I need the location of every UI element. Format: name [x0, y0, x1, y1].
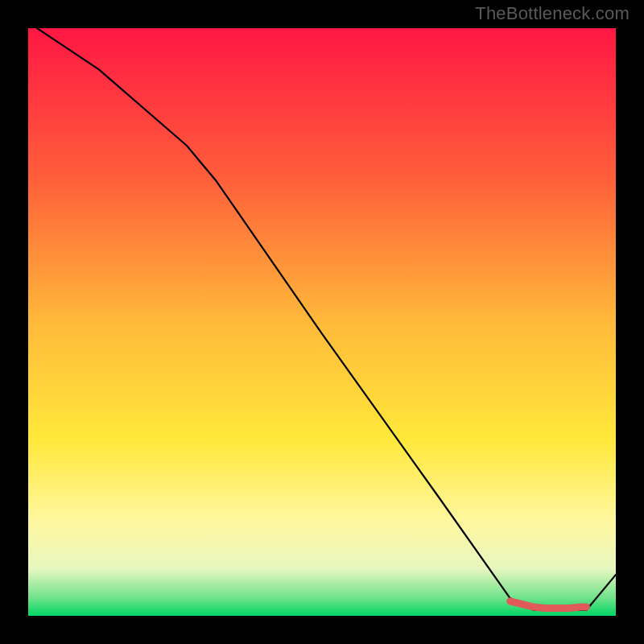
chart-svg: [28, 28, 616, 616]
gradient-background: [28, 28, 616, 616]
plot-area: [28, 28, 616, 616]
watermark-text: TheBottleneck.com: [475, 3, 630, 24]
chart-stage: TheBottleneck.com: [0, 0, 644, 644]
